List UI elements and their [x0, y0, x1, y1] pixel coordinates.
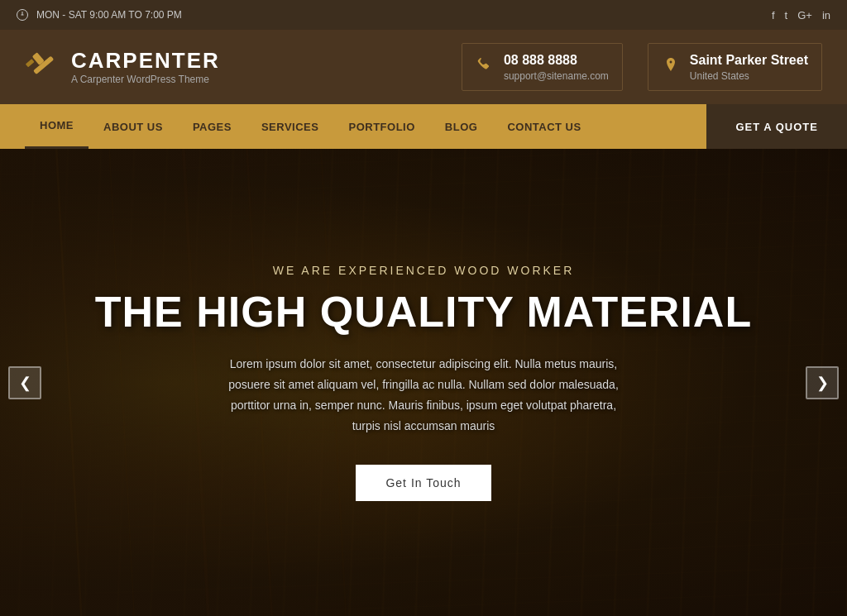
- hero-title: THE HIGH QUALITY MATERIAL: [95, 289, 752, 336]
- top-bar-hours: MON - SAT 9:00 AM TO 7:00 PM: [17, 9, 182, 21]
- header-contacts: 08 888 8888 support@sitename.com Saint P…: [462, 43, 822, 90]
- social-links: f t G+ in: [772, 9, 830, 21]
- top-bar: MON - SAT 9:00 AM TO 7:00 PM f t G+ in: [0, 0, 847, 30]
- nav-pages[interactable]: PAGES: [178, 104, 246, 149]
- logo[interactable]: CARPENTER A Carpenter WordPress Theme: [25, 46, 220, 88]
- phone-icon: [476, 56, 494, 79]
- address-contact: Saint Parker Street United States: [648, 43, 822, 90]
- hero-content: WE ARE EXPERIENCED WOOD WORKER THE HIGH …: [0, 149, 847, 616]
- carousel-prev-button[interactable]: ❮: [8, 366, 41, 399]
- nav-about[interactable]: ABOUT US: [89, 104, 178, 149]
- nav-portfolio[interactable]: PORTFOLIO: [333, 104, 429, 149]
- nav-home[interactable]: HOME: [25, 104, 89, 149]
- carousel-next-button[interactable]: ❯: [806, 366, 839, 399]
- navigation: HOME ABOUT US PAGES SERVICES PORTFOLIO B…: [0, 104, 847, 149]
- clock-icon: [17, 9, 28, 21]
- hours-text: MON - SAT 9:00 AM TO 7:00 PM: [36, 9, 182, 21]
- get-quote-button[interactable]: GET A QUOTE: [706, 104, 847, 149]
- hero-description: Lorem ipsum dolor sit amet, consectetur …: [228, 354, 619, 437]
- phone-email: support@sitename.com: [504, 70, 609, 82]
- address-country: United States: [690, 70, 808, 82]
- nav-services[interactable]: SERVICES: [246, 104, 334, 149]
- get-in-touch-button[interactable]: Get In Touch: [356, 465, 490, 501]
- hero-section: WE ARE EXPERIENCED WOOD WORKER THE HIGH …: [0, 149, 847, 616]
- twitter-icon[interactable]: t: [785, 9, 788, 21]
- logo-title: CARPENTER: [71, 50, 220, 71]
- site-header: CARPENTER A Carpenter WordPress Theme 08…: [0, 30, 847, 104]
- location-icon: [662, 56, 680, 79]
- address-street: Saint Parker Street: [690, 52, 808, 68]
- logo-subtitle: A Carpenter WordPress Theme: [71, 74, 220, 85]
- phone-contact: 08 888 8888 support@sitename.com: [462, 43, 623, 90]
- phone-info: 08 888 8888 support@sitename.com: [504, 52, 609, 81]
- nav-contact[interactable]: CONTACT US: [492, 104, 596, 149]
- linkedin-icon[interactable]: in: [822, 9, 830, 21]
- address-info: Saint Parker Street United States: [690, 52, 808, 81]
- nav-blog[interactable]: BLOG: [430, 104, 493, 149]
- phone-number: 08 888 8888: [504, 52, 609, 68]
- nav-items: HOME ABOUT US PAGES SERVICES PORTFOLIO B…: [0, 104, 706, 149]
- googleplus-icon[interactable]: G+: [797, 9, 812, 21]
- svg-rect-2: [26, 59, 35, 67]
- facebook-icon[interactable]: f: [772, 9, 775, 21]
- logo-text: CARPENTER A Carpenter WordPress Theme: [71, 50, 220, 85]
- logo-icon: [25, 46, 61, 88]
- hero-subtitle: WE ARE EXPERIENCED WOOD WORKER: [273, 264, 575, 277]
